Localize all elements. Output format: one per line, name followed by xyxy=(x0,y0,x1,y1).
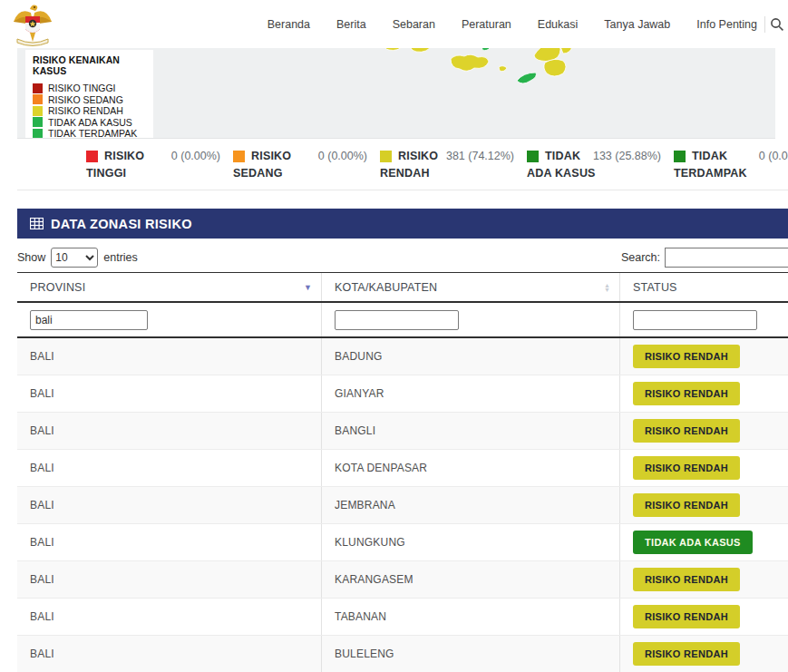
risk-map: RISIKO KENAIKAN KASUS RISIKO TINGGIRISIK… xyxy=(17,48,775,139)
kota-value: BANGLI xyxy=(335,424,375,437)
provinsi-value: BALI xyxy=(30,462,54,474)
filter-input-provinsi[interactable] xyxy=(30,310,148,330)
cell-kota: KLUNGKUNG xyxy=(322,524,620,560)
nav-item-berita[interactable]: Berita xyxy=(336,18,366,31)
legend-item: RISIKO SEDANG xyxy=(33,94,146,106)
legend-item: TIDAK TERDAMPAK xyxy=(33,128,146,139)
table-filter-row xyxy=(17,303,788,338)
legend-item: TIDAK ADA KASUS xyxy=(33,117,146,129)
cell-kota: TABANAN xyxy=(322,599,620,635)
filter-input-kota[interactable] xyxy=(335,310,459,330)
stat-label-line2: SEDANG xyxy=(233,167,380,180)
cell-status: TIDAK ADA KASUS xyxy=(620,524,788,560)
cell-status: RISIKO RENDAH xyxy=(620,413,788,449)
nav-divider xyxy=(764,16,765,33)
stat-label-line1: RISIKO xyxy=(104,150,144,162)
table-row: BALITABANANRISIKO RENDAH xyxy=(17,599,788,636)
risk-stat: RISIKO0 (0.00%)SEDANG xyxy=(233,150,380,180)
map-legend: RISIKO KENAIKAN KASUS RISIKO TINGGIRISIK… xyxy=(25,50,153,139)
kota-value: TABANAN xyxy=(335,610,386,623)
risk-summary-stats: RISIKO0 (0.00%)TINGGIRISIKO0 (0.00%)SEDA… xyxy=(17,150,788,180)
legend-color-swatch xyxy=(33,94,43,104)
legend-item-label: RISIKO RENDAH xyxy=(48,105,123,116)
stat-value: 133 (25.88%) xyxy=(593,150,661,162)
cell-status: RISIKO RENDAH xyxy=(620,636,788,672)
cell-provinsi: BALI xyxy=(17,375,322,412)
cell-status: RISIKO RENDAH xyxy=(620,338,788,375)
page-size-select[interactable]: 10 xyxy=(51,248,98,268)
nav-item-sebaran[interactable]: Sebaran xyxy=(393,18,435,31)
column-header-status[interactable]: STATUS xyxy=(620,273,788,301)
table-header-row: PROVINSI ▼ KOTA/KABUPATEN ▲▼ STATUS xyxy=(17,273,788,303)
stat-color-swatch xyxy=(674,151,686,162)
cell-provinsi: BALI xyxy=(17,487,322,523)
stat-label-line1: RISIKO xyxy=(251,150,291,162)
legend-item-label: TIDAK TERDAMPAK xyxy=(48,128,137,139)
column-header-kota-kabupaten[interactable]: KOTA/KABUPATEN ▲▼ xyxy=(322,273,620,301)
stat-value: 0 (0.00%) xyxy=(171,150,220,162)
zonasi-risk-table: PROVINSI ▼ KOTA/KABUPATEN ▲▼ STATUS BALI… xyxy=(17,272,788,672)
nav-item-edukasi[interactable]: Edukasi xyxy=(538,18,578,31)
stat-color-swatch xyxy=(527,151,539,162)
stat-color-swatch xyxy=(380,151,392,162)
table-row: BALIKARANGASEMRISIKO RENDAH xyxy=(17,561,788,599)
stat-label-line1: TIDAK xyxy=(692,150,727,162)
risk-stat: RISIKO0 (0.00%)TINGGI xyxy=(86,150,233,180)
status-badge: RISIKO RENDAH xyxy=(633,345,740,368)
table-row: BALIBADUNGRISIKO RENDAH xyxy=(17,338,788,375)
cell-status: RISIKO RENDAH xyxy=(620,375,788,412)
stat-color-swatch xyxy=(233,151,245,162)
table-search-input[interactable] xyxy=(665,248,788,268)
cell-status: RISIKO RENDAH xyxy=(620,487,788,523)
status-badge: RISIKO RENDAH xyxy=(633,493,740,517)
filter-input-status[interactable] xyxy=(633,310,757,330)
provinsi-value: BALI xyxy=(30,350,54,363)
kota-value: KARANGASEM xyxy=(335,573,413,586)
cell-provinsi: BALI xyxy=(17,338,322,375)
sort-descending-icon[interactable]: ▼ xyxy=(304,283,312,292)
data-zonasi-risiko-header: DATA ZONASI RISIKO xyxy=(17,209,788,239)
panel-title: DATA ZONASI RISIKO xyxy=(51,217,192,231)
cell-provinsi: BALI xyxy=(17,413,322,449)
table-grid-icon xyxy=(30,218,44,229)
nav-menu: BerandaBeritaSebaranPeraturanEdukasiTany… xyxy=(268,0,757,48)
cell-status: RISIKO RENDAH xyxy=(620,450,788,486)
cell-provinsi: BALI xyxy=(17,599,322,635)
status-badge: RISIKO RENDAH xyxy=(633,568,740,591)
table-row: BALIKOTA DENPASARRISIKO RENDAH xyxy=(17,450,788,487)
nav-item-beranda[interactable]: Beranda xyxy=(268,18,310,31)
kota-value: BADUNG xyxy=(335,350,383,363)
status-badge: RISIKO RENDAH xyxy=(633,605,740,628)
stat-label-line2: TINGGI xyxy=(86,167,233,180)
provinsi-value: BALI xyxy=(30,387,54,400)
legend-color-swatch xyxy=(33,129,43,139)
kota-value: JEMBRANA xyxy=(335,499,395,511)
show-label: Show xyxy=(17,251,45,264)
provinsi-value: BALI xyxy=(30,648,54,660)
search-icon[interactable] xyxy=(770,17,784,32)
sort-unsorted-icon[interactable]: ▲▼ xyxy=(604,283,610,292)
kota-value: KOTA DENPASAR xyxy=(335,462,427,474)
cell-kota: BANGLI xyxy=(322,413,620,449)
column-header-provinsi[interactable]: PROVINSI ▼ xyxy=(17,273,322,301)
status-badge: RISIKO RENDAH xyxy=(633,382,740,405)
provinsi-value: BALI xyxy=(30,499,54,511)
status-badge: RISIKO RENDAH xyxy=(633,642,740,666)
nav-item-tanya-jawab[interactable]: Tanya Jawab xyxy=(604,18,670,31)
status-badge: TIDAK ADA KASUS xyxy=(633,531,753,554)
nav-item-peraturan[interactable]: Peraturan xyxy=(462,18,511,31)
legend-item-label: TIDAK ADA KASUS xyxy=(48,117,132,128)
top-navigation-bar: BerandaBeritaSebaranPeraturanEdukasiTany… xyxy=(0,0,788,48)
cell-kota: BULELENG xyxy=(322,636,620,672)
risk-stat: TIDAK0 (0.00%)TERDAMPAK xyxy=(674,150,788,180)
stat-color-swatch xyxy=(86,151,98,162)
kota-value: KLUNGKUNG xyxy=(335,536,405,549)
legend-title: RISIKO KENAIKAN KASUS xyxy=(33,54,146,76)
cell-kota: KOTA DENPASAR xyxy=(322,450,620,486)
garuda-pancasila-logo[interactable] xyxy=(12,2,54,47)
cell-kota: JEMBRANA xyxy=(322,487,620,523)
legend-color-swatch xyxy=(33,83,43,93)
table-row: BALIKLUNGKUNGTIDAK ADA KASUS xyxy=(17,524,788,561)
nav-item-info-penting[interactable]: Info Penting xyxy=(696,18,757,31)
stat-value: 381 (74.12%) xyxy=(446,150,514,162)
